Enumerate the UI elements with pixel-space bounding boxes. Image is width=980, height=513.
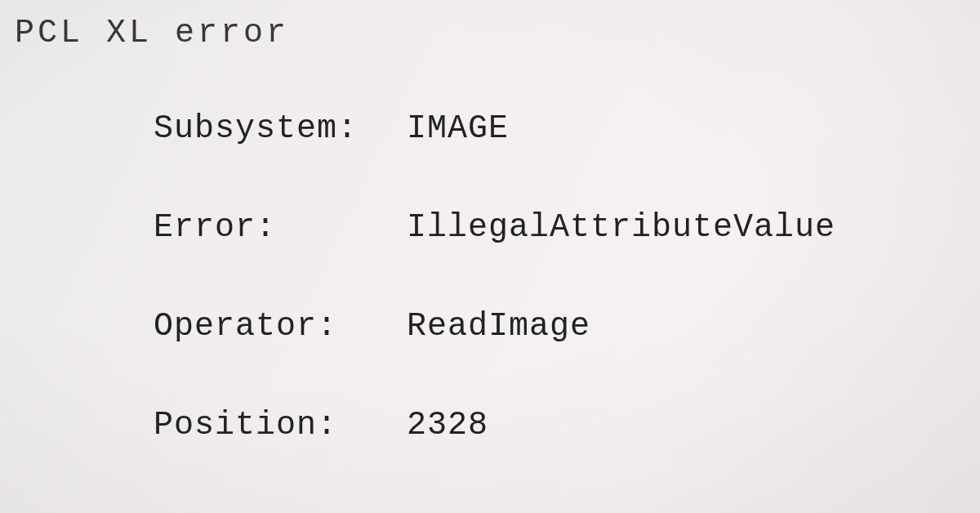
label-operator: Operator: — [154, 308, 407, 345]
error-fields: Subsystem: IMAGE Error: IllegalAttribute… — [154, 110, 980, 444]
error-title: PCL XL error — [15, 15, 980, 51]
value-position: 2328 — [407, 407, 488, 444]
row-position: Position: 2328 — [154, 407, 980, 444]
label-subsystem: Subsystem: — [154, 110, 407, 147]
row-subsystem: Subsystem: IMAGE — [154, 110, 980, 147]
value-subsystem: IMAGE — [407, 110, 509, 147]
value-error: IllegalAttributeValue — [407, 209, 835, 246]
label-position: Position: — [154, 407, 407, 444]
row-error: Error: IllegalAttributeValue — [154, 209, 980, 246]
label-error: Error: — [154, 209, 407, 246]
row-operator: Operator: ReadImage — [154, 308, 980, 345]
value-operator: ReadImage — [407, 308, 590, 345]
error-page: PCL XL error Subsystem: IMAGE Error: Ill… — [0, 0, 980, 444]
